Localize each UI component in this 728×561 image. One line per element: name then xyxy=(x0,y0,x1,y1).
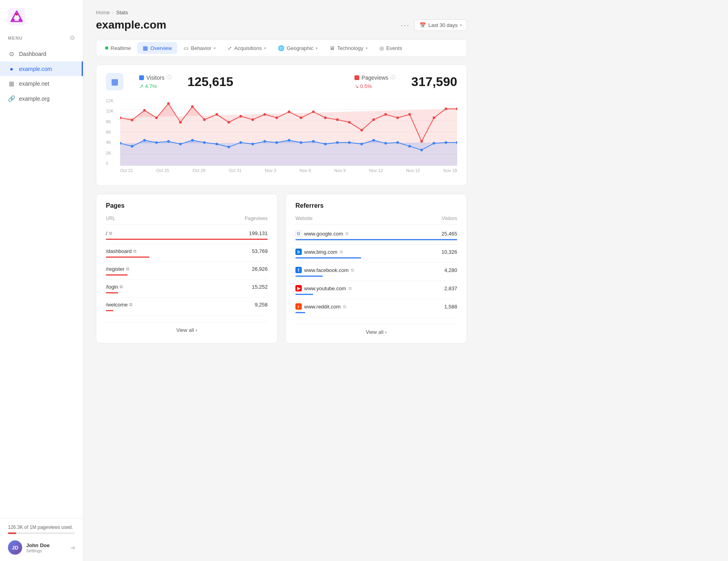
tab-overview[interactable]: ▦ Overview xyxy=(137,42,177,54)
ext-link-icon[interactable]: ⧉ xyxy=(129,302,132,307)
referrer-value-2: 4,280 xyxy=(444,267,457,273)
page-url-4: /welcome ⧉ xyxy=(106,302,132,308)
page-bar-1 xyxy=(106,257,149,258)
gear-icon[interactable]: ⚙ xyxy=(69,34,75,42)
breadcrumb-separator: › xyxy=(112,10,114,15)
visitors-info-icon[interactable]: ⓘ xyxy=(167,74,172,81)
sidebar-item-dashboard[interactable]: ⊙ Dashboard xyxy=(0,46,83,61)
pageviews-info-icon[interactable]: ⓘ xyxy=(391,74,395,81)
referrers-table-header: Website Visitors xyxy=(295,216,457,225)
tab-technology[interactable]: 🖥 Technology ▾ xyxy=(324,42,373,54)
referrers-title: Referrers xyxy=(295,202,457,209)
referrers-view-all[interactable]: View all › xyxy=(295,324,457,335)
sidebar-item-example-com[interactable]: ● example.com xyxy=(0,61,83,76)
pages-table-header: URL Pageviews xyxy=(106,216,268,225)
referrer-bar-4 xyxy=(295,312,305,313)
dashboard-icon: ⊙ xyxy=(8,50,15,57)
pageviews-change: ↘ 0.5% xyxy=(354,83,396,89)
usage-bar xyxy=(8,532,75,534)
tab-behavior-label: Behavior xyxy=(191,45,211,51)
referrer-bar-3 xyxy=(295,294,313,295)
view-all-arrow: › xyxy=(195,327,197,333)
sidebar-nav: ⊙ Dashboard ● example.com ▦ example.net … xyxy=(0,45,83,518)
menu-header: MENU ⚙ xyxy=(0,29,83,45)
date-picker[interactable]: 📅 Last 30 days ▾ xyxy=(414,19,467,31)
page-url-1: /dashboard ⧉ xyxy=(106,248,136,254)
chevron-down-icon: ▾ xyxy=(460,23,462,27)
user-role: Settings xyxy=(26,548,66,553)
visitors-arrow-up: ↗ xyxy=(139,83,144,89)
breadcrumb-current: Stats xyxy=(116,10,128,15)
technology-icon: 🖥 xyxy=(330,45,335,51)
ext-link-icon[interactable]: ⧉ xyxy=(340,249,343,255)
sidebar-item-label-dashboard: Dashboard xyxy=(19,51,46,57)
stats-card: ▦ Visitors ⓘ ↗ 4.7% 125,615 xyxy=(96,65,467,186)
referrer-site-4: r www.reddit.com ⧉ xyxy=(295,303,346,310)
pages-table-body: / ⧉ 199,131 /dashboard ⧉ 53,769 xyxy=(106,226,268,316)
ext-link-icon[interactable]: ⧉ xyxy=(109,231,112,236)
ext-link-icon[interactable]: ⧉ xyxy=(133,249,136,254)
pageviews-label-text: Pageviews xyxy=(362,75,389,81)
referrer-bar-1 xyxy=(295,257,361,258)
stats-row: ▦ Visitors ⓘ ↗ 4.7% 125,615 xyxy=(106,73,457,90)
chart-x-axis: Oct 22 Oct 25 Oct 28 Oct 31 Nov 3 Nov 6 … xyxy=(120,168,457,178)
ext-link-icon[interactable]: ⧉ xyxy=(120,284,123,289)
ext-link-icon[interactable]: ⧉ xyxy=(351,268,354,273)
avatar-initials: JD xyxy=(12,545,19,551)
tab-technology-label: Technology xyxy=(337,45,363,51)
stats-icon-box: ▦ xyxy=(106,73,123,90)
page-value-2: 26,926 xyxy=(252,266,268,272)
page-value-1: 53,769 xyxy=(252,248,268,254)
referrers-col-visitors: Visitors xyxy=(442,216,457,221)
referrer-value-3: 2,837 xyxy=(444,285,457,291)
svg-point-2 xyxy=(15,13,18,15)
table-row: /welcome ⧉ 9,258 xyxy=(106,298,268,316)
table-row: /register ⧉ 26,926 xyxy=(106,262,268,280)
more-options-icon[interactable]: ··· xyxy=(401,21,410,30)
ext-link-icon[interactable]: ⧉ xyxy=(345,231,349,236)
technology-chevron: ▾ xyxy=(366,46,368,50)
page-url-2: /register ⧉ xyxy=(106,266,129,272)
breadcrumb: Home › Stats xyxy=(96,10,467,15)
tab-realtime[interactable]: Realtime xyxy=(100,42,136,54)
table-row: b www.bing.com ⧉ 10,326 xyxy=(295,245,457,263)
geographic-chevron: ▾ xyxy=(316,46,318,50)
ext-link-icon[interactable]: ⧉ xyxy=(349,286,352,291)
tab-geographic[interactable]: 🌐 Geographic ▾ xyxy=(272,42,323,54)
page-url-0: / ⧉ xyxy=(106,230,112,236)
ext-link-icon[interactable]: ⧉ xyxy=(343,304,346,309)
table-row: r www.reddit.com ⧉ 1,588 xyxy=(295,299,457,318)
sidebar-item-label-example-net: example.net xyxy=(19,80,49,87)
ext-link-icon[interactable]: ⧉ xyxy=(126,266,129,272)
visitors-label-text: Visitors xyxy=(146,75,165,81)
header-actions: ··· 📅 Last 30 days ▾ xyxy=(401,19,467,31)
chart: 12K 10K 8K 6K 4K 2K 0 xyxy=(106,98,457,178)
pages-view-all[interactable]: View all › xyxy=(106,322,268,333)
tab-acquisitions[interactable]: ⤢ Acquisitions ▾ xyxy=(222,42,272,54)
tab-overview-label: Overview xyxy=(150,45,172,51)
referrer-site-1: b www.bing.com ⧉ xyxy=(295,249,343,255)
pages-col-views: Pageviews xyxy=(245,216,268,221)
sidebar-item-example-org[interactable]: 🔗 example.org xyxy=(0,91,83,106)
referrer-value-4: 1,588 xyxy=(444,304,457,310)
tab-behavior[interactable]: ▭ Behavior ▾ xyxy=(178,42,221,54)
tab-geographic-label: Geographic xyxy=(287,45,313,51)
events-icon: ◎ xyxy=(379,45,384,51)
acquisitions-chevron: ▾ xyxy=(264,46,266,50)
page-bar-0 xyxy=(106,239,268,240)
tabs-bar: Realtime ▦ Overview ▭ Behavior ▾ ⤢ Acqui… xyxy=(96,39,467,57)
geographic-icon: 🌐 xyxy=(278,45,284,51)
table-row: G www.google.com ⧉ 25,465 xyxy=(295,226,457,245)
table-row: / ⧉ 199,131 xyxy=(106,226,268,244)
example-org-icon: 🔗 xyxy=(8,95,15,102)
calendar-icon: 📅 xyxy=(420,22,426,28)
chart-y-axis: 12K 10K 8K 6K 4K 2K 0 xyxy=(106,98,119,166)
google-icon: G xyxy=(295,230,302,237)
page-value-0: 199,131 xyxy=(249,230,268,236)
referrer-site-3: ▶ www.youtube.com ⧉ xyxy=(295,285,352,291)
breadcrumb-home[interactable]: Home xyxy=(96,10,110,15)
tab-events[interactable]: ◎ Events xyxy=(374,42,408,54)
logout-icon[interactable]: ⇥ xyxy=(70,544,75,551)
referrer-bar-0 xyxy=(295,239,457,240)
sidebar-item-example-net[interactable]: ▦ example.net xyxy=(0,76,83,91)
